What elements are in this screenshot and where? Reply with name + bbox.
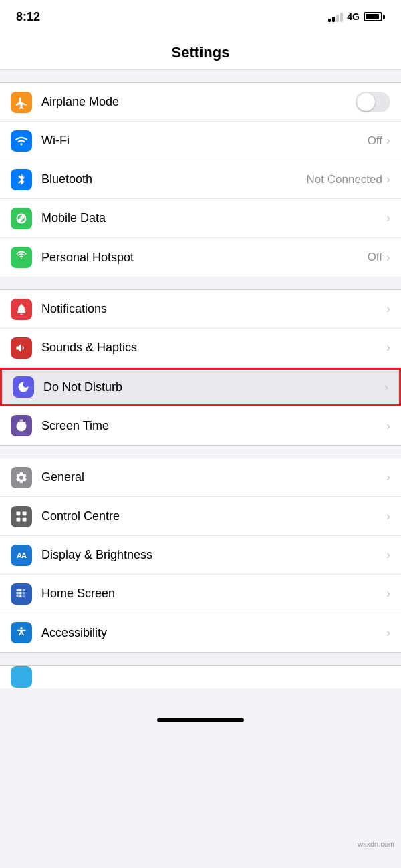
svg-rect-10	[23, 592, 25, 594]
row-accessibility[interactable]: Accessibility ›	[0, 613, 401, 652]
control-centre-chevron: ›	[386, 509, 390, 523]
personal-hotspot-icon	[11, 247, 32, 268]
svg-rect-9	[19, 592, 21, 594]
row-notifications[interactable]: Notifications ›	[0, 290, 401, 329]
bluetooth-value: Not Connected	[307, 173, 382, 186]
network-type: 4G	[347, 11, 360, 22]
airplane-mode-toggle[interactable]	[356, 92, 390, 112]
notifications-label: Notifications	[41, 302, 386, 316]
row-do-not-disturb[interactable]: Do Not Disturb ›	[0, 368, 401, 406]
wifi-chevron: ›	[386, 134, 390, 148]
mobile-data-chevron: ›	[386, 211, 390, 225]
bluetooth-label: Bluetooth	[41, 172, 307, 186]
home-indicator	[157, 718, 244, 722]
row-airplane-mode[interactable]: Airplane Mode	[0, 83, 401, 122]
signal-icon	[328, 11, 343, 22]
watermark: wsxdn.com	[358, 840, 394, 848]
sounds-haptics-icon	[11, 337, 32, 359]
airplane-mode-icon	[11, 92, 32, 113]
personal-hotspot-chevron: ›	[386, 251, 390, 265]
control-centre-label: Control Centre	[41, 509, 386, 523]
personal-hotspot-value: Off	[368, 251, 382, 264]
display-brightness-chevron: ›	[386, 548, 390, 562]
general-icon	[11, 467, 32, 488]
do-not-disturb-label: Do Not Disturb	[43, 380, 384, 394]
screen-time-icon	[11, 415, 32, 436]
section-display: General › Control Centre › AA Display & …	[0, 458, 401, 653]
personal-hotspot-label: Personal Hotspot	[41, 251, 368, 265]
svg-rect-4	[23, 517, 27, 521]
svg-rect-8	[17, 592, 19, 594]
notifications-icon	[11, 299, 32, 320]
section-connectivity: Airplane Mode Wi-Fi Off › Bluetooth Not …	[0, 82, 401, 277]
row-display-brightness[interactable]: AA Display & Brightness ›	[0, 536, 401, 575]
row-wifi[interactable]: Wi-Fi Off ›	[0, 122, 401, 160]
page-title: Settings	[13, 44, 388, 61]
row-home-screen[interactable]: Home Screen ›	[0, 575, 401, 613]
sounds-haptics-label: Sounds & Haptics	[41, 341, 386, 355]
screen-time-label: Screen Time	[41, 419, 386, 433]
general-chevron: ›	[386, 470, 390, 484]
svg-rect-13	[23, 595, 25, 597]
notifications-chevron: ›	[386, 302, 390, 316]
display-list: General › Control Centre › AA Display & …	[0, 458, 401, 653]
status-time: 8:12	[16, 10, 40, 24]
sounds-haptics-chevron: ›	[386, 341, 390, 355]
accessibility-icon	[11, 622, 32, 643]
home-screen-label: Home Screen	[41, 587, 386, 601]
mobile-data-icon	[11, 208, 32, 229]
do-not-disturb-chevron: ›	[384, 380, 388, 394]
do-not-disturb-icon	[13, 376, 34, 398]
svg-rect-7	[23, 589, 25, 591]
svg-point-14	[20, 627, 22, 629]
row-screen-time[interactable]: Screen Time ›	[0, 406, 401, 445]
home-screen-chevron: ›	[386, 587, 390, 601]
mobile-data-label: Mobile Data	[41, 211, 386, 225]
battery-icon	[364, 12, 385, 21]
row-bluetooth[interactable]: Bluetooth Not Connected ›	[0, 160, 401, 199]
control-centre-icon	[11, 506, 32, 527]
svg-rect-3	[17, 517, 21, 521]
wifi-value: Off	[368, 134, 382, 148]
svg-rect-2	[23, 511, 27, 515]
wifi-icon	[11, 130, 32, 152]
page-header: Settings	[0, 33, 401, 70]
row-general[interactable]: General ›	[0, 458, 401, 497]
accessibility-label: Accessibility	[41, 626, 386, 640]
display-brightness-label: Display & Brightness	[41, 548, 386, 562]
row-mobile-data[interactable]: Mobile Data ›	[0, 199, 401, 238]
airplane-mode-label: Airplane Mode	[41, 95, 350, 109]
row-personal-hotspot[interactable]: Personal Hotspot Off ›	[0, 238, 401, 277]
svg-rect-12	[19, 595, 21, 597]
svg-rect-1	[17, 511, 21, 515]
bluetooth-icon	[11, 169, 32, 190]
notifications-list: Notifications › Sounds & Haptics › Do No…	[0, 289, 401, 446]
wifi-label: Wi-Fi	[41, 134, 368, 148]
row-control-centre[interactable]: Control Centre ›	[0, 497, 401, 536]
partial-icon	[11, 666, 32, 688]
home-indicator-container	[0, 688, 401, 728]
connectivity-list: Airplane Mode Wi-Fi Off › Bluetooth Not …	[0, 82, 401, 277]
display-brightness-icon: AA	[11, 545, 32, 566]
section-notifications: Notifications › Sounds & Haptics › Do No…	[0, 289, 401, 446]
svg-rect-11	[17, 595, 19, 597]
row-sounds-haptics[interactable]: Sounds & Haptics ›	[0, 329, 401, 368]
status-bar: 8:12 4G	[0, 0, 401, 33]
screen-time-chevron: ›	[386, 419, 390, 433]
svg-rect-6	[19, 589, 21, 591]
home-screen-icon	[11, 583, 32, 605]
partial-row	[0, 665, 401, 688]
status-icons: 4G	[328, 11, 385, 22]
accessibility-chevron: ›	[386, 626, 390, 640]
svg-rect-5	[17, 589, 19, 591]
bluetooth-chevron: ›	[386, 172, 390, 186]
general-label: General	[41, 470, 386, 484]
